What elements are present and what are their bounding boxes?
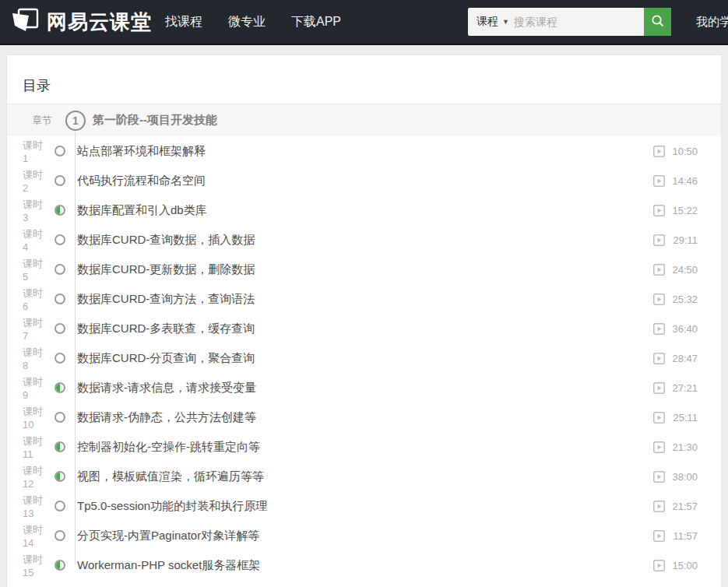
progress-indicator [46,530,74,541]
lesson-duration: 28:47 [671,353,698,364]
nav-item-find-courses[interactable]: 找课程 [165,14,202,30]
lesson-number-label: 课时4 [7,227,46,253]
lesson-row-right: 38:00 [653,471,721,483]
lesson-title-link[interactable]: 数据库CURD-分页查询，聚合查询 [77,351,255,366]
lesson-row[interactable]: 课时7 数据库CURD-多表联查，缓存查询 36:40 [7,314,721,343]
progress-indicator [46,382,74,393]
video-play-icon[interactable] [653,234,665,246]
video-play-icon[interactable] [653,501,665,512]
search-input[interactable] [514,16,644,28]
lesson-row-right: 25:11 [653,412,721,424]
lesson-row[interactable]: 课时2 代码执行流程和命名空间 14:46 [7,166,721,195]
lesson-row-right: 10:50 [653,146,721,157]
main-nav: 找课程 微专业 下载APP [152,14,341,30]
lesson-title-link[interactable]: 数据库CURD-多表联查，缓存查询 [77,322,255,336]
video-play-icon[interactable] [653,294,665,305]
lesson-row-right: 27:21 [653,382,721,394]
lesson-row[interactable]: 课时10 数据请求-伪静态，公共方法创建等 25:11 [7,402,721,432]
lesson-title-link[interactable]: 数据库CURD-更新数据，删除数据 [77,262,255,277]
lesson-title-link[interactable]: 控制器初始化-空操作-跳转重定向等 [77,440,260,455]
lesson-row[interactable]: 课时12 视图，模板赋值渲染，循环遍历等等 38:00 [7,462,721,491]
lesson-title-link[interactable]: Workerman-PHP socket服务器框架 [77,558,260,573]
lesson-title-link[interactable]: 数据库CURD-查询数据，插入数据 [77,233,255,248]
lesson-title-link[interactable]: 数据请求-请求信息，请求接受变量 [77,381,256,395]
lesson-list: 课时1 站点部署环境和框架解释 10:50 课时2 代码执行流程和命名空间 [7,136,721,580]
lesson-title-link[interactable]: 数据库配置和引入db类库 [77,203,207,218]
lesson-row-right: 15:00 [653,560,721,571]
lesson-title-link[interactable]: 数据请求-伪静态，公共方法创建等 [77,410,256,425]
lesson-number-label: 课时13 [7,494,46,519]
lesson-duration: 11:57 [671,530,698,542]
progress-circle-icon [55,471,65,482]
lesson-number-label: 课时11 [7,434,46,460]
logo-text: 网易云课堂 [47,9,152,36]
progress-indicator [46,471,74,482]
lesson-row[interactable]: 课时6 数据库CURD-查询方法，查询语法 25:32 [7,284,721,314]
lesson-number-label: 课时1 [7,139,46,164]
progress-circle-icon [55,294,65,304]
progress-indicator [46,501,74,511]
lesson-duration: 24:50 [671,264,698,276]
video-play-icon[interactable] [653,323,665,335]
search-button[interactable] [644,8,671,36]
lesson-duration: 15:00 [671,560,698,571]
lesson-row[interactable]: 课时4 数据库CURD-查询数据，插入数据 29:11 [7,225,721,255]
toc-title: 目录 [23,76,51,95]
progress-circle-icon [55,264,65,275]
lesson-title-link[interactable]: Tp5.0-session功能的封装和执行原理 [77,499,267,514]
progress-circle-icon [55,382,65,393]
nav-item-micro-major[interactable]: 微专业 [228,14,266,30]
lesson-row[interactable]: 课时14 分页实现-内置Paginator对象详解等 11:57 [7,521,721,550]
lesson-duration: 14:46 [671,175,698,187]
lesson-row[interactable]: 课时13 Tp5.0-session功能的封装和执行原理 21:57 [7,491,721,521]
video-play-icon[interactable] [653,471,665,483]
progress-indicator [46,146,74,156]
chapter-number-badge: 1 [65,111,86,131]
toc-header: 目录 [7,55,721,104]
progress-indicator [46,234,74,245]
lesson-row[interactable]: 课时5 数据库CURD-更新数据，删除数据 24:50 [7,255,721,284]
lesson-row-right: 28:47 [653,353,721,364]
video-play-icon[interactable] [653,146,665,157]
lesson-row[interactable]: 课时15 Workerman-PHP socket服务器框架 15:00 [7,550,721,580]
lesson-duration: 25:11 [671,412,698,424]
lesson-row[interactable]: 课时11 控制器初始化-空操作-跳转重定向等 21:30 [7,432,721,462]
lesson-title-link[interactable]: 站点部署环境和框架解释 [77,144,206,159]
video-play-icon[interactable] [653,175,665,187]
lesson-duration: 15:22 [671,205,698,216]
video-play-icon[interactable] [653,264,665,276]
lesson-title-link[interactable]: 数据库CURD-查询方法，查询语法 [77,292,255,307]
video-play-icon[interactable] [653,441,665,453]
lesson-title-link[interactable]: 分页实现-内置Paginator对象详解等 [77,529,259,543]
video-play-icon[interactable] [653,382,665,394]
lesson-duration: 21:57 [671,501,698,512]
lesson-row[interactable]: 课时8 数据库CURD-分页查询，聚合查询 28:47 [7,343,721,373]
lesson-row[interactable]: 课时9 数据请求-请求信息，请求接受变量 27:21 [7,373,721,402]
lesson-number-label: 课时9 [7,375,46,401]
lesson-title-link[interactable]: 视图，模板赋值渲染，循环遍历等等 [77,469,264,484]
progress-circle-icon [55,560,65,571]
lesson-row-right: 15:22 [653,205,721,216]
video-play-icon[interactable] [653,412,665,424]
progress-circle-icon [55,441,65,452]
video-play-icon[interactable] [653,560,665,571]
progress-circle-icon [55,205,65,216]
my-learning-link[interactable]: 我的学习 [696,15,728,30]
lesson-number-label: 课时12 [7,464,46,490]
search-category-select[interactable]: 课程 ▼ [468,15,514,29]
lesson-title-link[interactable]: 代码执行流程和命名空间 [77,174,206,188]
search-bar: 课程 ▼ [468,8,671,36]
video-play-icon[interactable] [653,205,665,216]
progress-indicator [46,205,74,216]
progress-indicator [46,175,74,186]
video-play-icon[interactable] [653,530,665,542]
progress-indicator [46,294,74,304]
logo[interactable]: 网易云课堂 [9,6,152,37]
lesson-duration: 38:00 [671,471,698,483]
video-play-icon[interactable] [653,353,665,364]
lesson-row[interactable]: 课时1 站点部署环境和框架解释 10:50 [7,136,721,166]
chapter-row: 章节 1 第一阶段--项目开发技能 [7,104,721,136]
top-navbar: 网易云课堂 找课程 微专业 下载APP 课程 ▼ 我的学习 [0,0,728,45]
lesson-row[interactable]: 课时3 数据库配置和引入db类库 15:22 [7,195,721,225]
nav-item-download-app[interactable]: 下载APP [291,14,341,30]
